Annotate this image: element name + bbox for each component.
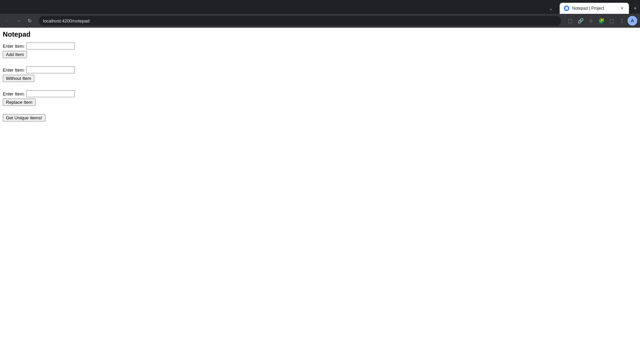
- reload-button[interactable]: ↻: [25, 16, 35, 26]
- add-item-input[interactable]: [26, 43, 75, 49]
- replace-item-label: Enter Item:: [3, 91, 25, 97]
- tab-bar: ⌄ Notepad | Project ✕ +: [0, 0, 640, 14]
- address-bar[interactable]: localhost:4200/notepad: [39, 16, 561, 26]
- tab-list-dropdown[interactable]: ⌄: [547, 5, 554, 12]
- without-item-button[interactable]: Without Item: [3, 75, 34, 82]
- replace-item-button[interactable]: Replace Item: [3, 99, 36, 106]
- page-content: Notepad Enter Item: Add Item Enter Item:…: [0, 28, 640, 364]
- menu-button[interactable]: ⋮: [617, 16, 627, 26]
- add-item-row: Enter Item:: [3, 43, 637, 49]
- address-text: localhost:4200/notepad: [43, 18, 557, 24]
- without-item-row: Enter Item:: [3, 66, 637, 73]
- tab-favicon: [564, 6, 569, 11]
- browser-toolbar: ← → ↻ localhost:4200/notepad ⬚ 🔗 ☆ 🧩: [0, 14, 640, 28]
- get-unique-items-button[interactable]: Get Unique Items!: [3, 114, 45, 121]
- replace-item-row: Enter Item:: [3, 90, 637, 97]
- toolbar-actions: ⬚ 🔗 ☆ 🧩 ⬚ ⋮ A: [565, 16, 637, 26]
- favorites-button[interactable]: ⬚: [607, 16, 616, 26]
- share-button[interactable]: 🔗: [576, 16, 585, 26]
- tab-title: Notepad | Project: [572, 6, 616, 11]
- replace-item-input[interactable]: [26, 90, 75, 97]
- new-tab-button[interactable]: +: [630, 3, 640, 13]
- back-button[interactable]: ←: [3, 16, 12, 26]
- add-item-section: Enter Item: Add Item: [3, 43, 637, 58]
- add-item-button[interactable]: Add Item: [3, 51, 27, 58]
- without-item-input[interactable]: [26, 66, 75, 73]
- add-item-label: Enter Item:: [3, 44, 25, 49]
- page-title: Notepad: [3, 30, 637, 38]
- tab-close-button[interactable]: ✕: [619, 6, 625, 11]
- replace-item-section: Enter Item: Replace Item: [3, 90, 637, 106]
- svg-point-0: [565, 7, 568, 10]
- extensions-button[interactable]: 🧩: [596, 16, 606, 26]
- without-item-label: Enter Item:: [3, 67, 25, 73]
- unique-items-section: Get Unique Items!: [3, 114, 637, 121]
- browser-chrome: ⌄ Notepad | Project ✕ + ← → ↻ localhost:…: [0, 0, 640, 28]
- profile-button[interactable]: A: [628, 16, 637, 26]
- screen-cast-button[interactable]: ⬚: [565, 16, 575, 26]
- bookmark-button[interactable]: ☆: [586, 16, 596, 26]
- without-item-section: Enter Item: Without Item: [3, 66, 637, 82]
- active-tab[interactable]: Notepad | Project ✕: [560, 3, 629, 14]
- forward-button[interactable]: →: [14, 16, 24, 26]
